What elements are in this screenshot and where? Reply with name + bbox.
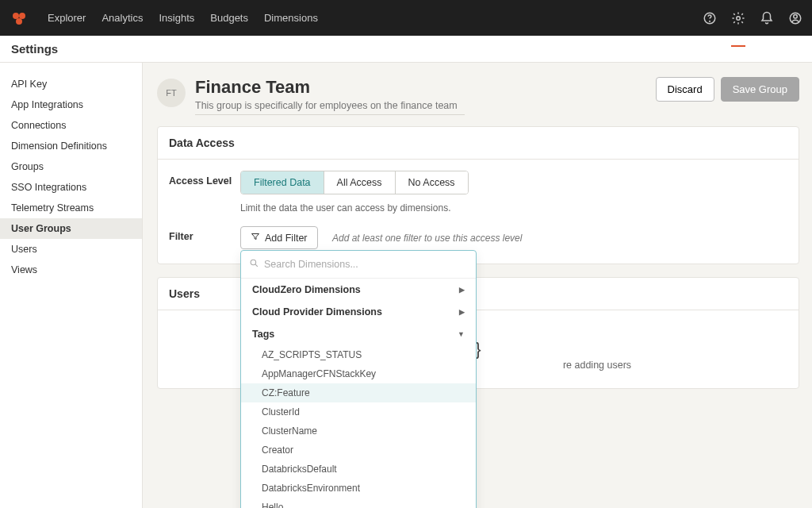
group-subtitle[interactable]: This group is specifically for employees… — [195, 100, 465, 115]
dd-item[interactable]: DatabricksDefault — [241, 460, 476, 479]
layout: API Key App Integrations Connections Dim… — [0, 63, 812, 508]
settings-sidebar: API Key App Integrations Connections Dim… — [0, 63, 143, 508]
segment-filtered-data[interactable]: Filtered Data — [241, 171, 324, 194]
dd-item[interactable]: ClusterId — [241, 402, 476, 421]
svg-point-7 — [794, 14, 798, 18]
dd-section-label: CloudZero Dimensions — [252, 284, 361, 295]
svg-point-0 — [13, 13, 19, 19]
nav-explorer[interactable]: Explorer — [48, 12, 86, 24]
dd-item[interactable]: ClusterName — [241, 421, 476, 441]
svg-point-5 — [737, 16, 741, 20]
topbar-right — [703, 11, 802, 25]
segment-no-access[interactable]: No Access — [396, 171, 468, 194]
dd-section-label: Tags — [252, 329, 274, 340]
add-filter-button[interactable]: Add Filter — [240, 226, 318, 249]
chevron-down-icon: ▼ — [458, 330, 465, 338]
logo-icon — [10, 9, 29, 28]
nav-budgets[interactable]: Budgets — [210, 12, 248, 24]
dd-section-label: Cloud Provider Dimensions — [252, 306, 382, 318]
users-empty-text: re adding users — [563, 360, 631, 371]
group-title[interactable]: Finance Team — [195, 77, 465, 98]
page-title: Settings — [11, 42, 58, 56]
group-header: FT Finance Team This group is specifical… — [157, 77, 799, 115]
svg-point-2 — [16, 18, 22, 25]
access-level-hint: Limit the data the user can access by di… — [240, 202, 787, 214]
access-level-segmented: Filtered Data All Access No Access — [240, 171, 469, 194]
header-buttons: Discard Save Group — [656, 77, 799, 102]
dd-item[interactable]: AppManagerCFNStackKey — [241, 364, 476, 383]
sidebar-item-usergroups[interactable]: User Groups — [0, 218, 142, 239]
save-group-button[interactable]: Save Group — [721, 77, 799, 102]
segment-all-access[interactable]: All Access — [324, 171, 396, 194]
nav-insights[interactable]: Insights — [159, 12, 194, 24]
top-nav: Explorer Analytics Insights Budgets Dime… — [48, 12, 318, 24]
filter-hint: Add at least one filter to use this acce… — [332, 233, 522, 244]
dd-item[interactable]: DatabricksEnvironment — [241, 479, 476, 498]
chevron-right-icon: ▶ — [459, 286, 465, 294]
svg-point-1 — [19, 13, 25, 19]
dd-section-cloudzero[interactable]: CloudZero Dimensions ▶ — [241, 279, 476, 301]
bell-icon[interactable] — [760, 11, 774, 25]
filter-label: Filter — [169, 226, 240, 242]
nav-dimensions[interactable]: Dimensions — [264, 12, 318, 24]
sidebar-item-sso[interactable]: SSO Integrations — [0, 177, 142, 198]
sidebar-item-connections[interactable]: Connections — [0, 115, 142, 136]
user-icon[interactable] — [788, 11, 802, 25]
dimension-dropdown: CloudZero Dimensions ▶ Cloud Provider Di… — [240, 250, 477, 508]
nav-analytics[interactable]: Analytics — [102, 12, 143, 24]
main: FT Finance Team This group is specifical… — [143, 63, 812, 508]
dd-item[interactable]: Hello — [241, 498, 476, 508]
sidebar-item-appintegrations[interactable]: App Integrations — [0, 94, 142, 115]
filter-icon — [251, 232, 260, 244]
sidebar-item-users[interactable]: Users — [0, 239, 142, 260]
dd-section-tags[interactable]: Tags ▼ — [241, 323, 476, 345]
access-level-label: Access Level — [169, 171, 240, 187]
dropdown-search — [241, 251, 476, 279]
chevron-right-icon: ▶ — [459, 308, 465, 316]
sidebar-item-apikey[interactable]: API Key — [0, 74, 142, 94]
filter-row: Filter Add Filter Add at least one filte… — [169, 226, 787, 249]
dd-item[interactable]: CZ:Feature — [241, 383, 476, 402]
dd-item[interactable]: AZ_SCRIPTS_STATUS — [241, 345, 476, 364]
avatar: FT — [157, 79, 186, 107]
sidebar-item-dimensiondefs[interactable]: Dimension Definitions — [0, 136, 142, 156]
svg-point-4 — [710, 21, 710, 21]
dropdown-search-input[interactable] — [264, 259, 468, 270]
titlebar: Settings — [0, 36, 812, 63]
dd-item[interactable]: Creator — [241, 441, 476, 460]
group-title-block: Finance Team This group is specifically … — [195, 77, 465, 115]
topbar: Explorer Analytics Insights Budgets Dime… — [0, 0, 812, 36]
help-icon[interactable] — [703, 11, 717, 25]
sidebar-item-groups[interactable]: Groups — [0, 156, 142, 177]
sidebar-item-telemetry[interactable]: Telemetry Streams — [0, 198, 142, 218]
gear-icon[interactable] — [731, 11, 745, 25]
access-level-row: Access Level Filtered Data All Access No… — [169, 171, 787, 214]
dd-section-cloudprovider[interactable]: Cloud Provider Dimensions ▶ — [241, 301, 476, 323]
data-access-card: Data Access Access Level Filtered Data A… — [157, 126, 799, 264]
discard-button[interactable]: Discard — [656, 77, 714, 102]
svg-point-8 — [251, 260, 256, 265]
search-icon — [249, 257, 259, 271]
add-filter-label: Add Filter — [265, 233, 308, 244]
data-access-heading: Data Access — [158, 127, 799, 160]
sidebar-item-views[interactable]: Views — [0, 260, 142, 280]
